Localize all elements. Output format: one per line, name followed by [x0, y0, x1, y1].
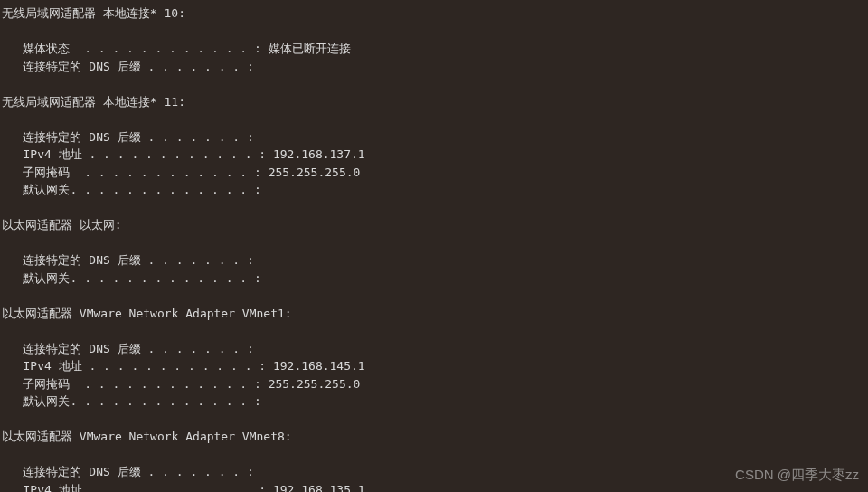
terminal-output: 无线局域网适配器 本地连接* 10: 媒体状态 . . . . . . . . … — [2, 5, 868, 492]
watermark-text: CSDN @四季大枣zz — [735, 465, 859, 486]
